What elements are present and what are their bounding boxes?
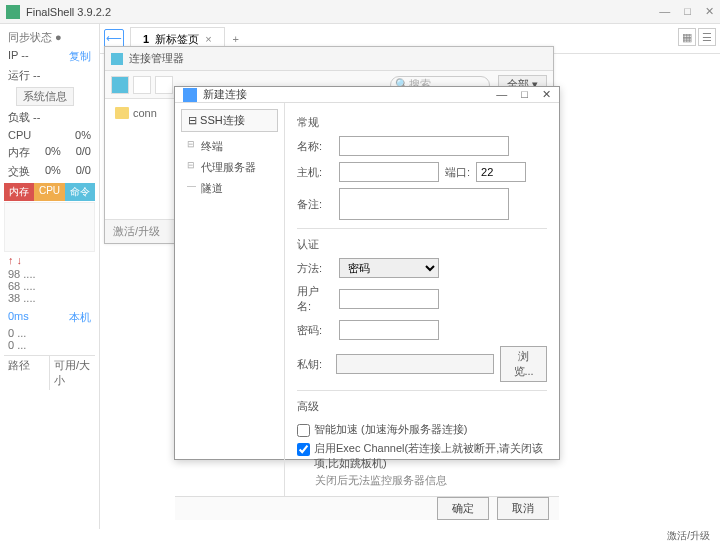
accel-label: 智能加速 (加速海外服务器连接): [314, 422, 467, 437]
tree-item-proxy[interactable]: 代理服务器: [181, 157, 278, 178]
new-connection-dialog: 新建连接 — □ ✕ ⊟ SSH连接 终端 代理服务器 隧道 常规 名称: 主机…: [174, 86, 560, 460]
sidebar: 同步状态 ● IP --复制 运行 -- 系统信息 负载 -- CPU0% 内存…: [0, 24, 100, 529]
run-label: 运行 --: [8, 68, 40, 83]
maximize-button[interactable]: □: [684, 5, 691, 18]
toolbar-btn-3[interactable]: [155, 76, 173, 94]
tree-item-tunnel[interactable]: 隧道: [181, 178, 278, 199]
host-label: 主机:: [297, 165, 333, 180]
port-label: 端口:: [445, 165, 470, 180]
name-input[interactable]: [339, 136, 509, 156]
tree-item-terminal[interactable]: 终端: [181, 136, 278, 157]
tab-cmd[interactable]: 命令: [65, 183, 95, 201]
method-label: 方法:: [297, 261, 333, 276]
folder-icon: [115, 107, 129, 119]
dialog-minimize[interactable]: —: [496, 88, 507, 101]
copy-link[interactable]: 复制: [69, 49, 91, 64]
arrows-icon: ↑ ↓: [4, 252, 95, 268]
conn-mgr-icon: [111, 53, 123, 65]
tab-number: 1: [143, 33, 149, 45]
tree-root-ssh[interactable]: ⊟ SSH连接: [181, 109, 278, 132]
remark-label: 备注:: [297, 197, 333, 212]
section-advanced: 高级: [297, 399, 547, 414]
stat-line: 38 ....: [8, 292, 91, 304]
conn-mgr-title: 连接管理器: [129, 51, 547, 66]
tab-label: 新标签页: [155, 32, 199, 47]
username-input[interactable]: [339, 289, 439, 309]
dialog-maximize[interactable]: □: [521, 88, 528, 101]
password-input[interactable]: [339, 320, 439, 340]
app-title: FinalShell 3.9.2.2: [26, 6, 659, 18]
port-input[interactable]: [476, 162, 526, 182]
load-label: 负载 --: [8, 110, 40, 125]
stat-line: 98 ....: [8, 268, 91, 280]
toolbar-btn-2[interactable]: [133, 76, 151, 94]
dialog-title: 新建连接: [203, 87, 496, 102]
size-tab[interactable]: 可用/大小: [49, 356, 95, 390]
connection-item[interactable]: conn: [109, 103, 169, 123]
latency: 0ms: [8, 310, 29, 325]
cm-activate-link[interactable]: 激活/升级: [113, 224, 160, 239]
browse-button: 浏览...: [500, 346, 547, 382]
path-tab[interactable]: 路径: [4, 356, 49, 390]
local-label: 本机: [69, 310, 91, 325]
dialog-close[interactable]: ✕: [542, 88, 551, 101]
swap-value: 0%: [45, 164, 61, 179]
exec-note: 关闭后无法监控服务器信息: [297, 473, 547, 488]
tab-add-button[interactable]: +: [225, 33, 247, 45]
activate-link[interactable]: 激活/升级: [657, 529, 720, 545]
grid-view-icon[interactable]: ▦: [678, 28, 696, 46]
sysinfo-button[interactable]: 系统信息: [16, 87, 74, 106]
close-button[interactable]: ✕: [705, 5, 714, 18]
exec-label: 启用Exec Channel(若连接上就被断开,请关闭该项,比如跳板机): [314, 441, 547, 471]
toolbar-btn-1[interactable]: [111, 76, 129, 94]
zero-line: 0 ...: [8, 327, 91, 339]
section-auth: 认证: [297, 237, 547, 252]
mem-value: 0%: [45, 145, 61, 160]
cpu-label: CPU: [8, 129, 31, 141]
resource-chart: [4, 202, 95, 252]
method-select[interactable]: 密码: [339, 258, 439, 278]
privatekey-input: [336, 354, 494, 374]
user-label: 用户名:: [297, 284, 333, 314]
ok-button[interactable]: 确定: [437, 497, 489, 520]
connection-type-tree: ⊟ SSH连接 终端 代理服务器 隧道: [175, 103, 285, 496]
tab-cpu[interactable]: CPU: [34, 183, 64, 201]
accel-checkbox[interactable]: [297, 424, 310, 437]
name-label: 名称:: [297, 139, 333, 154]
mem-extra: 0/0: [76, 145, 91, 160]
list-view-icon[interactable]: ☰: [698, 28, 716, 46]
stat-line: 68 ....: [8, 280, 91, 292]
exec-checkbox[interactable]: [297, 443, 310, 456]
cpu-value: 0%: [75, 129, 91, 141]
cancel-button[interactable]: 取消: [497, 497, 549, 520]
sync-status: 同步状态 ●: [4, 28, 95, 47]
section-general: 常规: [297, 115, 547, 130]
conn-item-label: conn: [133, 107, 157, 119]
mem-label: 内存: [8, 145, 30, 160]
key-label: 私钥:: [297, 357, 330, 372]
app-icon: [6, 5, 20, 19]
ip-label: IP --: [8, 49, 29, 64]
host-input[interactable]: [339, 162, 439, 182]
zero-line: 0 ...: [8, 339, 91, 351]
swap-extra: 0/0: [76, 164, 91, 179]
minimize-button[interactable]: —: [659, 5, 670, 18]
pass-label: 密码:: [297, 323, 333, 338]
tab-memory[interactable]: 内存: [4, 183, 34, 201]
tab-close-icon[interactable]: ×: [205, 33, 211, 45]
swap-label: 交换: [8, 164, 30, 179]
dialog-icon: [183, 88, 197, 102]
remark-input[interactable]: [339, 188, 509, 220]
